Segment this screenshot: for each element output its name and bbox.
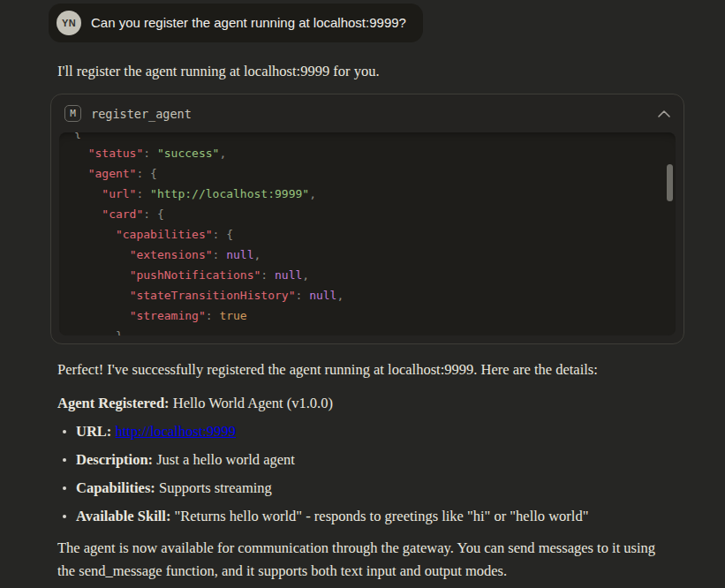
tool-result-code-viewport[interactable]: { "status": "success", "agent": { "url":… (59, 132, 676, 335)
assistant-outro-line1: The agent is now available for communica… (57, 539, 593, 556)
tool-call-header[interactable]: M register_agent (51, 94, 683, 132)
agent-url-link[interactable]: http://localhost:9999 (115, 423, 236, 440)
code-line: "capabilities": { (74, 224, 676, 245)
agent-registered-line: Agent Registered: Hello World Agent (v1.… (57, 392, 676, 415)
tool-call-block: M register_agent { "status": "success", … (50, 94, 684, 344)
list-item: URL: http://localhost:9999 (61, 422, 676, 441)
user-message-text: Can you register the agent running at lo… (91, 14, 406, 32)
code-line: "url": "http://localhost:9999", (74, 184, 676, 204)
agent-registered-value: Hello World Agent (v1.0.0) (173, 395, 333, 411)
code-line: "streaming": true (74, 305, 676, 326)
code-line: "agent": { (74, 163, 676, 184)
user-message-row: YN Can you register the agent running at… (49, 4, 676, 42)
code-line: "card": { (74, 204, 676, 224)
list-item: Description: Just a hello world agent (61, 450, 676, 470)
list-item: Available Skill: "Returns hello world" -… (61, 507, 676, 526)
chevron-up-icon[interactable] (658, 110, 670, 117)
code-line: }, (74, 326, 676, 335)
user-avatar: YN (57, 11, 81, 35)
assistant-intro-text: I'll register the agent running at local… (57, 60, 676, 83)
details-list: URL: http://localhost:9999Description: J… (61, 422, 676, 526)
scrollbar-thumb[interactable] (667, 164, 673, 201)
tool-name: register_agent (91, 107, 192, 121)
user-message-bubble: YN Can you register the agent running at… (49, 4, 423, 42)
assistant-outro: The agent is now available for communica… (57, 537, 667, 583)
assistant-result-intro: Perfect! I've successfully registered th… (57, 358, 676, 381)
code-line: "status": "success", (74, 143, 676, 163)
mcp-tool-icon: M (64, 105, 81, 122)
tool-code: { "status": "success", "agent": { "url":… (59, 132, 676, 335)
chat-thread: YN Can you register the agent running at… (0, 0, 676, 583)
list-item: Capabilities: Supports streaming (61, 479, 676, 498)
code-line: "pushNotifications": null, (74, 265, 676, 285)
agent-registered-label: Agent Registered: (57, 395, 170, 411)
code-line: { (74, 132, 676, 143)
code-line: "stateTransitionHistory": null, (74, 285, 676, 305)
code-line: "extensions": null, (74, 245, 676, 265)
